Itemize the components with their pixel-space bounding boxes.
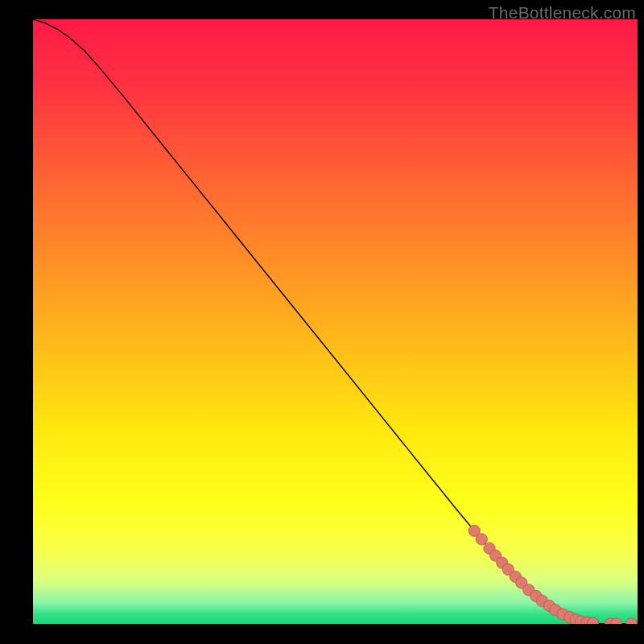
chart-stage: TheBottleneck.com	[0, 0, 644, 644]
gradient-background	[33, 19, 638, 624]
chart-svg	[33, 19, 638, 624]
plot-area	[33, 19, 638, 624]
marker-point	[476, 534, 487, 545]
